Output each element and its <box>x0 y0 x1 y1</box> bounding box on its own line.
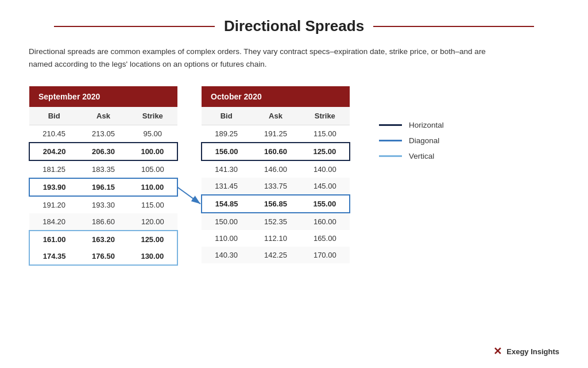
cell-ask: 193.30 <box>79 196 127 213</box>
page-title: Directional Spreads <box>224 17 364 35</box>
table-row: 140.30142.25170.00 <box>202 247 350 263</box>
cell-ask: 160.60 <box>251 143 300 160</box>
legend-label-vertical: Vertical <box>409 152 434 160</box>
cell-ask: 206.30 <box>79 143 127 160</box>
cell-strike: 115.00 <box>300 125 350 143</box>
legend-item-horizontal: Horizontal <box>379 121 444 129</box>
legend-label-horizontal: Horizontal <box>409 121 444 129</box>
cell-ask: 112.10 <box>251 230 300 247</box>
table1-col-strike: Strike <box>128 107 177 125</box>
cell-strike: 115.00 <box>128 196 177 213</box>
cell-strike: 170.00 <box>300 247 350 263</box>
cell-bid: 156.00 <box>202 143 251 160</box>
table-row: 131.45133.75145.00 <box>202 178 350 195</box>
cell-strike: 95.00 <box>128 125 177 143</box>
legend-item-vertical: Vertical <box>379 152 444 160</box>
table1-col-ask: Ask <box>79 107 127 125</box>
tables-row: September 2020 Bid Ask Strike 210.45213.… <box>29 86 350 266</box>
table2-month-header: October 2020 <box>202 86 350 107</box>
content-area: September 2020 Bid Ask Strike 210.45213.… <box>29 86 559 266</box>
cell-bid: 181.25 <box>29 160 79 178</box>
cell-bid: 140.30 <box>202 247 251 263</box>
cell-bid: 154.85 <box>202 195 251 213</box>
table-row: 181.25183.35105.00 <box>29 160 177 178</box>
cell-bid: 150.00 <box>202 213 251 230</box>
cell-strike: 105.00 <box>128 160 177 178</box>
legend: Horizontal Diagonal Vertical <box>373 86 444 160</box>
cell-strike: 125.00 <box>128 231 177 248</box>
table-row: 174.35176.50130.00 <box>29 248 177 265</box>
svg-line-1 <box>177 187 200 204</box>
legend-label-diagonal: Diagonal <box>409 136 439 145</box>
cell-strike: 130.00 <box>128 248 177 265</box>
table-row: 210.45213.0595.00 <box>29 125 177 143</box>
cell-ask: 191.25 <box>251 125 300 143</box>
cell-bid: 131.45 <box>202 178 251 195</box>
cell-ask: 142.25 <box>251 247 300 263</box>
cell-ask: 183.35 <box>79 160 127 178</box>
table-row: 161.00163.20125.00 <box>29 231 177 248</box>
cell-ask: 163.20 <box>79 231 127 248</box>
legend-line-vertical <box>379 155 402 157</box>
cell-ask: 152.35 <box>251 213 300 230</box>
legend-line-horizontal <box>379 124 402 126</box>
title-line-left <box>54 26 215 27</box>
cell-strike: 160.00 <box>300 213 350 230</box>
cell-ask: 146.00 <box>251 160 300 178</box>
legend-line-diagonal <box>379 140 402 141</box>
table2: October 2020 Bid Ask Strike 189.25191.25… <box>201 86 350 263</box>
cell-ask: 186.60 <box>79 213 127 231</box>
cell-ask: 133.75 <box>251 178 300 195</box>
table2-col-bid: Bid <box>202 107 251 125</box>
table1-wrapper: September 2020 Bid Ask Strike 210.45213.… <box>29 86 178 266</box>
cell-bid: 161.00 <box>29 231 79 248</box>
cell-bid: 184.20 <box>29 213 79 231</box>
branding: ✕ Exegy Insights <box>493 345 559 358</box>
cell-strike: 110.00 <box>128 178 177 196</box>
table-row: 141.30146.00140.00 <box>202 160 350 178</box>
cell-strike: 145.00 <box>300 178 350 195</box>
table-row: 110.00112.10165.00 <box>202 230 350 247</box>
table-row: 193.90196.15110.00 <box>29 178 177 196</box>
cell-strike: 120.00 <box>128 213 177 231</box>
title-line-right <box>373 26 534 27</box>
table1-col-bid: Bid <box>29 107 79 125</box>
cell-bid: 174.35 <box>29 248 79 265</box>
table2-col-ask: Ask <box>251 107 300 125</box>
table1: September 2020 Bid Ask Strike 210.45213.… <box>29 86 178 266</box>
cell-ask: 213.05 <box>79 125 127 143</box>
table-row: 189.25191.25115.00 <box>202 125 350 143</box>
cell-strike: 155.00 <box>300 195 350 213</box>
cell-bid: 191.20 <box>29 196 79 213</box>
cell-strike: 140.00 <box>300 160 350 178</box>
title-row: Directional Spreads <box>29 17 559 35</box>
table-row: 150.00152.35160.00 <box>202 213 350 230</box>
legend-item-diagonal: Diagonal <box>379 136 444 145</box>
description-text: Directional spreads are common examples … <box>29 45 500 70</box>
table-row: 191.20193.30115.00 <box>29 196 177 213</box>
table-row: 184.20186.60120.00 <box>29 213 177 231</box>
cell-bid: 110.00 <box>202 230 251 247</box>
table-row: 154.85156.85155.00 <box>202 195 350 213</box>
brand-name: Exegy Insights <box>506 347 559 356</box>
cell-strike: 100.00 <box>128 143 177 160</box>
cell-strike: 125.00 <box>300 143 350 160</box>
cell-bid: 193.90 <box>29 178 79 196</box>
page-container: Directional Spreads Directional spreads … <box>0 0 588 368</box>
table1-month-header: September 2020 <box>29 86 177 107</box>
table2-wrapper: October 2020 Bid Ask Strike 189.25191.25… <box>201 86 350 266</box>
cell-bid: 141.30 <box>202 160 251 178</box>
cell-bid: 210.45 <box>29 125 79 143</box>
brand-icon: ✕ <box>493 345 502 358</box>
cell-strike: 165.00 <box>300 230 350 247</box>
cell-ask: 156.85 <box>251 195 300 213</box>
table-row: 204.20206.30100.00 <box>29 143 177 160</box>
table-row: 156.00160.60125.00 <box>202 143 350 160</box>
table2-col-strike: Strike <box>300 107 350 125</box>
cell-bid: 204.20 <box>29 143 79 160</box>
cell-ask: 196.15 <box>79 178 127 196</box>
cell-bid: 189.25 <box>202 125 251 143</box>
cell-ask: 176.50 <box>79 248 127 265</box>
